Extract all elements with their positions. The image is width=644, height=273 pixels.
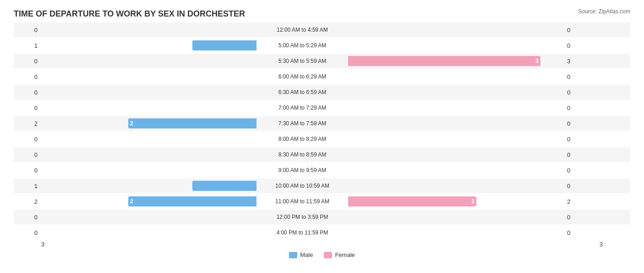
chart-area: 0 12:00 AM to 4:59 AM 0 1 5:00 AM to 5:2…	[14, 22, 630, 240]
time-label: 12:00 AM to 4:59 AM	[257, 27, 348, 33]
left-value: 0	[14, 73, 41, 80]
left-value: 0	[14, 229, 41, 236]
right-value: 0	[563, 183, 582, 189]
chart-container: TIME OF DEPARTURE TO WORK BY SEX IN DORC…	[0, 0, 644, 273]
male-bar: 2	[128, 118, 257, 128]
bar-row: 2 2 11:00 AM to 11:59 AM 2 2	[14, 194, 630, 209]
right-value: 0	[563, 214, 582, 221]
female-legend-box	[324, 252, 332, 258]
left-value: 0	[14, 27, 41, 33]
bottom-labels: 3 3	[14, 241, 630, 248]
right-value: 0	[563, 27, 582, 33]
left-value: 1	[14, 183, 41, 189]
right-value: 0	[563, 105, 582, 111]
bar-row: 0 7:00 AM to 7:29 AM 0	[14, 100, 630, 115]
right-value: 0	[563, 229, 582, 236]
right-value: 0	[563, 151, 582, 158]
bar-row: 1 5:00 AM to 5:29 AM 0	[14, 38, 630, 53]
left-value: 2	[14, 198, 41, 205]
male-bar	[192, 40, 257, 50]
right-value: 0	[563, 89, 582, 96]
right-value: 0	[563, 136, 582, 143]
male-legend-label: Male	[300, 251, 313, 258]
female-legend-label: Female	[335, 251, 355, 258]
right-value: 0	[563, 73, 582, 80]
time-label: 10:00 AM to 10:59 AM	[257, 183, 348, 189]
right-bar-area: 2	[348, 196, 563, 206]
male-legend-box	[289, 252, 297, 258]
male-bar	[192, 181, 257, 191]
legend-female: Female	[324, 251, 355, 258]
left-value: 0	[14, 89, 41, 96]
male-bar: 2	[128, 196, 257, 206]
female-bar-value: 3	[534, 58, 540, 64]
bar-row: 2 2 7:30 AM to 7:59 AM 0	[14, 116, 630, 131]
time-label: 12:00 PM to 3:59 PM	[257, 214, 348, 220]
time-label: 4:00 PM to 11:59 PM	[257, 229, 348, 236]
time-label: 6:00 AM to 6:29 AM	[257, 73, 348, 80]
left-value: 0	[14, 167, 41, 174]
male-bar-value: 2	[128, 198, 135, 205]
legend: Male Female	[14, 251, 630, 258]
bar-row: 0 9:00 AM to 9:59 AM 0	[14, 163, 630, 178]
time-label: 7:00 AM to 7:29 AM	[257, 105, 348, 111]
left-bar-area	[41, 40, 257, 50]
female-bar: 3	[348, 56, 540, 66]
left-bar-area: 2	[41, 118, 257, 128]
bar-row: 0 8:30 AM to 8:59 AM 0	[14, 147, 630, 162]
left-value: 2	[14, 120, 41, 127]
bar-row: 0 6:00 AM to 6:29 AM 0	[14, 69, 630, 84]
left-value: 0	[14, 214, 41, 221]
bar-row: 0 6:30 AM to 6:59 AM 0	[14, 85, 630, 100]
left-value: 1	[14, 42, 41, 49]
right-value: 2	[563, 198, 582, 205]
time-label: 8:00 AM to 8:29 AM	[257, 136, 348, 142]
bar-row: 0 12:00 PM to 3:59 PM 0	[14, 210, 630, 224]
left-value: 0	[14, 105, 41, 111]
bar-row: 0 5:30 AM to 5:59 AM 3 3	[14, 54, 630, 68]
right-bar-area: 3	[348, 56, 563, 66]
male-bar-value: 2	[128, 120, 135, 127]
right-value: 0	[563, 42, 582, 49]
time-label: 8:30 AM to 8:59 AM	[257, 151, 348, 158]
bar-row: 0 4:00 PM to 11:59 PM 0	[14, 225, 630, 240]
time-label: 11:00 AM to 11:59 AM	[257, 198, 348, 205]
time-label: 6:30 AM to 6:59 AM	[257, 89, 348, 95]
female-bar-value: 2	[469, 198, 476, 205]
left-bar-area: 2	[41, 196, 257, 206]
bottom-right-label: 3	[600, 241, 603, 248]
bar-row: 0 8:00 AM to 8:29 AM 0	[14, 132, 630, 146]
left-value: 0	[14, 58, 41, 65]
left-value: 0	[14, 151, 41, 158]
time-label: 7:30 AM to 7:59 AM	[257, 120, 348, 127]
time-label: 5:30 AM to 5:59 AM	[257, 58, 348, 64]
right-value: 0	[563, 167, 582, 174]
chart-source: Source: ZipAtlas.com	[578, 8, 630, 15]
left-bar-area	[41, 181, 257, 191]
right-value: 0	[563, 120, 582, 127]
left-value: 0	[14, 136, 41, 143]
legend-male: Male	[289, 251, 313, 258]
time-label: 5:00 AM to 5:29 AM	[257, 42, 348, 49]
bar-row: 1 10:00 AM to 10:59 AM 0	[14, 178, 630, 193]
female-bar: 2	[348, 196, 476, 206]
chart-title: TIME OF DEPARTURE TO WORK BY SEX IN DORC…	[14, 9, 630, 19]
time-label: 9:00 AM to 9:59 AM	[257, 167, 348, 173]
bar-row: 0 12:00 AM to 4:59 AM 0	[14, 22, 630, 37]
right-value: 3	[563, 58, 582, 65]
bottom-left-label: 3	[41, 241, 44, 248]
